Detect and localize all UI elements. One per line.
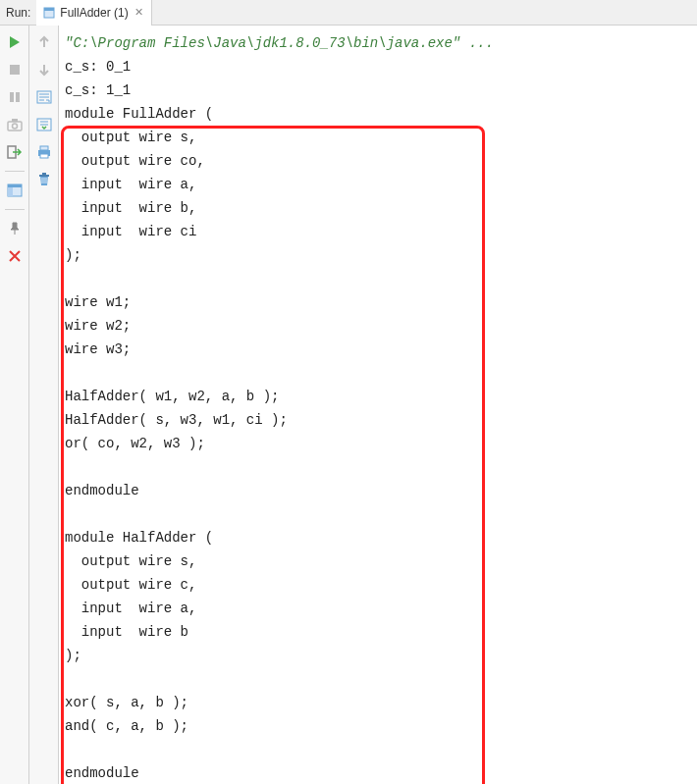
code-line: module HalfAdder (	[65, 526, 697, 549]
code-line: wire w2;	[65, 314, 697, 338]
layout-button[interactable]	[4, 180, 26, 201]
file-icon	[42, 6, 56, 20]
code-line: or( co, w2, w3 );	[65, 432, 697, 455]
stop-button[interactable]	[4, 59, 26, 80]
svg-rect-11	[8, 184, 22, 187]
svg-rect-4	[10, 92, 14, 102]
tab-label: FullAdder (1)	[60, 6, 128, 20]
toolbar-output	[29, 26, 59, 784]
code-line	[65, 267, 697, 290]
svg-rect-8	[12, 119, 18, 122]
code-line	[65, 667, 697, 691]
code-line: );	[65, 644, 697, 667]
svg-rect-1	[44, 8, 54, 11]
svg-rect-17	[40, 154, 48, 158]
arrow-up-button[interactable]	[33, 31, 55, 53]
pin-button[interactable]	[4, 218, 26, 239]
code-line	[65, 455, 697, 479]
code-line: HalfAdder( w1, w2, a, b );	[65, 385, 697, 408]
code-line: module FullAdder (	[65, 102, 697, 126]
code-line: input wire ci	[65, 220, 697, 243]
svg-rect-3	[10, 65, 20, 75]
code-line: HalfAdder( s, w3, w1, ci );	[65, 408, 697, 432]
svg-rect-16	[40, 146, 48, 150]
code-line: input wire a,	[65, 597, 697, 620]
code-line: endmodule	[65, 479, 697, 502]
code-line: input wire b,	[65, 196, 697, 220]
run-label: Run:	[0, 6, 36, 20]
code-line: input wire a,	[65, 173, 697, 196]
run-button[interactable]	[4, 31, 26, 53]
output-line: c_s: 0_1	[65, 55, 697, 78]
code-line: output wire c,	[65, 573, 697, 597]
separator	[5, 209, 25, 210]
code-line: xor( s, a, b );	[65, 691, 697, 714]
camera-button[interactable]	[4, 114, 26, 135]
svg-point-7	[12, 124, 17, 129]
code-line: output wire co,	[65, 149, 697, 173]
scroll-end-button[interactable]	[33, 114, 55, 135]
svg-rect-12	[8, 187, 13, 196]
command-line: "C:\Program Files\Java\jdk1.8.0_73\bin\j…	[65, 31, 697, 55]
code-line: output wire s,	[65, 549, 697, 573]
code-line	[65, 738, 697, 761]
arrow-down-button[interactable]	[33, 59, 55, 80]
code-line: wire w1;	[65, 290, 697, 314]
svg-rect-19	[42, 173, 46, 175]
pause-button[interactable]	[4, 86, 26, 108]
wrap-button[interactable]	[33, 86, 55, 108]
print-button[interactable]	[33, 141, 55, 163]
code-line: and( c, a, b );	[65, 714, 697, 738]
output-line: c_s: 1_1	[65, 78, 697, 102]
svg-rect-18	[39, 175, 49, 177]
exit-button[interactable]	[4, 141, 26, 163]
svg-marker-2	[10, 36, 20, 48]
run-tab[interactable]: FullAdder (1) ✕	[36, 0, 151, 26]
code-line: input wire b	[65, 620, 697, 644]
run-header: Run: FullAdder (1) ✕	[0, 0, 697, 26]
code-line: endmodule	[65, 761, 697, 784]
trash-button[interactable]	[33, 169, 55, 190]
code-line	[65, 361, 697, 385]
close-panel-button[interactable]	[4, 245, 26, 267]
code-line: wire w3;	[65, 338, 697, 361]
console-output[interactable]: "C:\Program Files\Java\jdk1.8.0_73\bin\j…	[59, 26, 697, 784]
svg-rect-5	[16, 92, 20, 102]
code-line: );	[65, 243, 697, 267]
separator	[5, 171, 25, 172]
toolbar-left	[0, 26, 29, 784]
close-icon[interactable]: ✕	[133, 6, 145, 19]
code-line	[65, 502, 697, 526]
code-line: output wire s,	[65, 126, 697, 149]
